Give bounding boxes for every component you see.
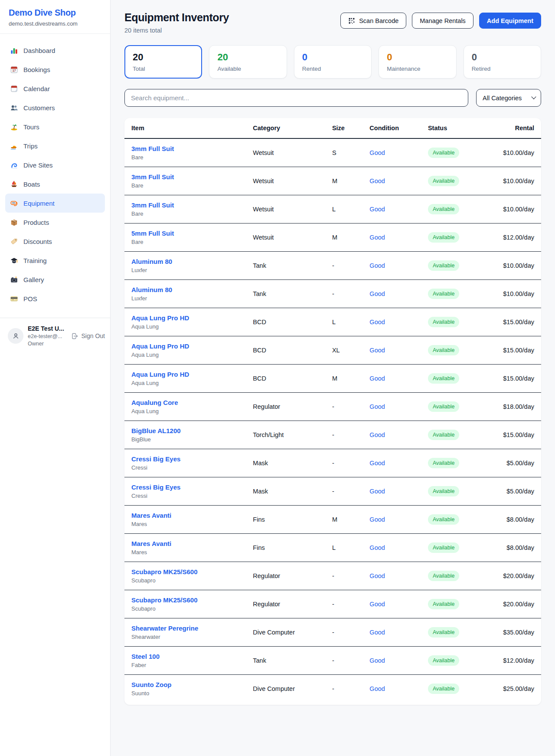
barcode-icon [348, 17, 355, 24]
item-condition-link[interactable]: Good [369, 629, 385, 636]
item-condition-link[interactable]: Good [369, 516, 385, 523]
sidebar-nav-item-label: Customers [23, 104, 55, 112]
bookings-icon: 17 [10, 65, 18, 74]
col-category: Category [249, 118, 329, 138]
item-rental-rate: $12.00/day [495, 647, 541, 675]
item-condition-link[interactable]: Good [369, 149, 385, 156]
sidebar-nav-item[interactable]: Boats [5, 174, 105, 194]
item-brand: Bare [131, 239, 246, 245]
item-condition-link[interactable]: Good [369, 657, 385, 664]
item-condition-link[interactable]: Good [369, 488, 385, 495]
gallery-icon [10, 275, 18, 284]
add-equipment-button[interactable]: Add Equipment [479, 13, 541, 29]
item-condition-link[interactable]: Good [369, 262, 385, 269]
sidebar-nav-item[interactable]: Dive Sites [5, 155, 105, 174]
item-condition-link[interactable]: Good [369, 319, 385, 325]
table-row: Mares Avanti Mares Fins M Good Available… [124, 506, 541, 534]
status-badge: Available [428, 458, 460, 468]
sidebar-nav-item[interactable]: Gallery [5, 270, 105, 289]
item-name-link[interactable]: Scubapro MK25/S600 [131, 568, 246, 575]
item-name-link[interactable]: 3mm Full Suit [131, 145, 246, 152]
item-name-link[interactable]: Cressi Big Eyes [131, 483, 246, 491]
item-name-link[interactable]: Aluminum 80 [131, 286, 246, 293]
stat-card[interactable]: 0 Rented [294, 45, 372, 79]
manage-rentals-button[interactable]: Manage Rentals [412, 13, 473, 29]
item-name-link[interactable]: Steel 100 [131, 653, 246, 660]
item-category: Wetsuit [249, 138, 329, 167]
item-condition-link[interactable]: Good [369, 601, 385, 608]
item-name-link[interactable]: Mares Avanti [131, 512, 246, 519]
item-brand: Luxfer [131, 295, 246, 302]
item-name-link[interactable]: 3mm Full Suit [131, 201, 246, 209]
item-condition-link[interactable]: Good [369, 347, 385, 354]
table-row: Suunto Zoop Suunto Dive Computer - Good … [124, 675, 541, 703]
item-name-link[interactable]: Aluminum 80 [131, 258, 246, 265]
item-name-link[interactable]: BigBlue AL1200 [131, 427, 246, 434]
category-select[interactable]: All Categories [476, 89, 541, 107]
item-condition-link[interactable]: Good [369, 685, 385, 692]
sidebar-nav-item[interactable]: Training [5, 251, 105, 270]
sidebar-nav-item-label: Trips [23, 142, 38, 150]
table-row: Aluminum 80 Luxfer Tank - Good Available… [124, 280, 541, 308]
item-brand: Scubapro [131, 577, 246, 584]
item-brand: Bare [131, 210, 246, 217]
col-condition: Condition [366, 118, 424, 138]
sidebar-nav-item[interactable]: Trips [5, 136, 105, 155]
item-name-link[interactable]: Aqua Lung Pro HD [131, 314, 246, 322]
item-name-link[interactable]: Cressi Big Eyes [131, 455, 246, 463]
sidebar-nav-item[interactable]: Equipment [5, 194, 105, 213]
item-brand: Scubapro [131, 605, 246, 612]
scan-barcode-button[interactable]: Scan Barcode [340, 13, 406, 29]
sidebar-nav-item[interactable]: Customers [5, 98, 105, 117]
item-name-link[interactable]: Aqua Lung Pro HD [131, 371, 246, 378]
col-status: Status [424, 118, 495, 138]
item-condition-link[interactable]: Good [369, 290, 385, 297]
item-rental-rate: $5.00/day [495, 477, 541, 506]
item-size: - [329, 618, 366, 647]
item-name-link[interactable]: Shearwater Peregrine [131, 625, 246, 632]
item-condition-link[interactable]: Good [369, 375, 385, 382]
item-name-link[interactable]: Aqualung Core [131, 399, 246, 406]
item-name-link[interactable]: Mares Avanti [131, 540, 246, 547]
item-condition-link[interactable]: Good [369, 544, 385, 551]
stat-card[interactable]: 20 Available [209, 45, 287, 79]
stat-card[interactable]: 0 Retired [464, 45, 541, 79]
sidebar-nav-item[interactable]: Discounts [5, 232, 105, 251]
item-rental-rate: $5.00/day [495, 449, 541, 477]
item-rental-rate: $35.00/day [495, 618, 541, 647]
user-name: E2E Test U... [28, 325, 67, 332]
item-condition-link[interactable]: Good [369, 431, 385, 438]
item-name-link[interactable]: Aqua Lung Pro HD [131, 342, 246, 350]
item-condition-link[interactable]: Good [369, 206, 385, 213]
search-input[interactable] [124, 89, 468, 107]
avatar [8, 328, 23, 344]
sidebar-nav-item[interactable]: Calendar [5, 79, 105, 98]
item-category: BCD [249, 336, 329, 365]
item-condition-link[interactable]: Good [369, 234, 385, 241]
item-condition-link[interactable]: Good [369, 572, 385, 579]
col-size: Size [329, 118, 366, 138]
sidebar-nav-item[interactable]: Tours [5, 117, 105, 136]
sidebar-nav-item[interactable]: Products [5, 213, 105, 232]
table-row: Aqua Lung Pro HD Aqua Lung BCD L Good Av… [124, 308, 541, 336]
dive-sites-icon [10, 161, 18, 169]
item-name-link[interactable]: 5mm Full Suit [131, 230, 246, 237]
sidebar-nav-item[interactable]: POS [5, 289, 105, 308]
item-category: Dive Computer [249, 675, 329, 703]
item-condition-link[interactable]: Good [369, 177, 385, 184]
item-size: - [329, 590, 366, 618]
trips-icon [10, 141, 18, 150]
sidebar-nav-item[interactable]: Dashboard [5, 41, 105, 60]
item-rental-rate: $10.00/day [495, 280, 541, 308]
sidebar-nav-item[interactable]: 17 Bookings [5, 60, 105, 79]
stat-card[interactable]: 20 Total [124, 45, 202, 79]
sign-out-button[interactable]: Sign Out [71, 332, 105, 340]
stat-card[interactable]: 0 Maintenance [379, 45, 456, 79]
item-condition-link[interactable]: Good [369, 460, 385, 467]
item-name-link[interactable]: 3mm Full Suit [131, 173, 246, 181]
item-name-link[interactable]: Scubapro MK25/S600 [131, 596, 246, 604]
item-brand: Bare [131, 182, 246, 189]
item-name-link[interactable]: Suunto Zoop [131, 681, 246, 688]
calendar-icon [10, 84, 18, 93]
item-condition-link[interactable]: Good [369, 403, 385, 410]
